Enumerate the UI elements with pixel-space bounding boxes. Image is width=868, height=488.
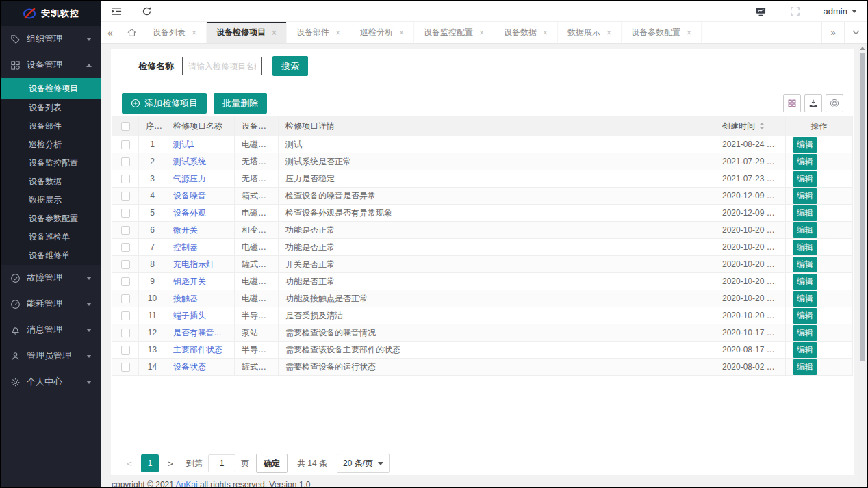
item-name-link[interactable]: 充电指示灯: [173, 259, 214, 269]
edit-button[interactable]: 编辑: [793, 308, 817, 324]
sidebar-item-administrator[interactable]: 管理员管理: [1, 343, 101, 369]
row-checkbox[interactable]: [121, 192, 130, 201]
sidebar-item-device-repair-form[interactable]: 设备维修单: [1, 246, 101, 265]
sidebar-item-data-display[interactable]: 数据展示: [1, 191, 101, 209]
sidebar-item-energy[interactable]: 能耗管理: [1, 291, 101, 317]
item-name-link[interactable]: 设备状态: [173, 362, 206, 372]
monitor-board-icon[interactable]: [755, 5, 767, 18]
sidebar-item-message[interactable]: 消息管理: [1, 317, 101, 343]
row-checkbox[interactable]: [121, 243, 130, 252]
print-icon[interactable]: [826, 94, 843, 112]
tabs-scroll-right-icon[interactable]: »: [821, 22, 844, 43]
page-size-select[interactable]: 20 条/页: [337, 454, 390, 473]
item-name-link[interactable]: 测试1: [173, 140, 194, 149]
item-name-link[interactable]: 测试系统: [173, 157, 206, 166]
tab-close-icon[interactable]: ×: [479, 28, 484, 38]
edit-button[interactable]: 编辑: [793, 205, 817, 221]
sidebar-item-patrol-analysis[interactable]: 巡检分析: [1, 136, 101, 154]
sidebar-item-device-data[interactable]: 设备数据: [1, 172, 101, 191]
sidebar-item-device-parts[interactable]: 设备部件: [1, 117, 101, 136]
scrollbar-thumb[interactable]: [860, 53, 865, 361]
sidebar-item-organization[interactable]: 组织管理: [1, 26, 101, 52]
edit-button[interactable]: 编辑: [793, 274, 817, 290]
tab-1[interactable]: 设备检修项目×: [207, 22, 287, 43]
row-checkbox[interactable]: [121, 140, 130, 149]
sidebar-item-device-inspection-items[interactable]: 设备检修项目: [1, 78, 101, 99]
edit-button[interactable]: 编辑: [793, 291, 817, 307]
sidebar-item-device-list[interactable]: 设备列表: [1, 99, 101, 117]
current-page[interactable]: 1: [141, 454, 159, 472]
home-tab-icon[interactable]: [120, 22, 143, 43]
sidebar-item-device-patrol-form[interactable]: 设备巡检单: [1, 228, 101, 246]
tab-close-icon[interactable]: ×: [335, 28, 340, 38]
row-checkbox[interactable]: [121, 346, 130, 355]
edit-button[interactable]: 编辑: [793, 171, 817, 187]
tab-close-icon[interactable]: ×: [687, 28, 691, 38]
tabs-menu-icon[interactable]: [844, 22, 867, 43]
tab-close-icon[interactable]: ×: [272, 28, 277, 38]
edit-button[interactable]: 编辑: [793, 359, 817, 375]
collapse-sidebar-icon[interactable]: [110, 5, 123, 18]
item-name-link[interactable]: 气源压力: [173, 174, 206, 183]
tab-close-icon[interactable]: ×: [607, 28, 611, 38]
filter-columns-icon[interactable]: [783, 94, 801, 112]
item-name-link[interactable]: 接触器: [173, 294, 198, 303]
item-name-link[interactable]: 端子插头: [173, 311, 206, 320]
footer-brand-link[interactable]: AnKai: [176, 480, 198, 487]
tab-4[interactable]: 设备监控配置×: [414, 22, 494, 43]
search-button[interactable]: 搜索: [272, 56, 308, 76]
goto-confirm-button[interactable]: 确定: [256, 454, 288, 473]
row-checkbox[interactable]: [121, 329, 130, 337]
refresh-icon[interactable]: [140, 5, 153, 18]
edit-button[interactable]: 编辑: [793, 137, 817, 153]
scroll-up-arrow-icon[interactable]: [860, 47, 865, 50]
sort-icon[interactable]: [759, 123, 765, 129]
prev-page-icon[interactable]: <: [122, 454, 137, 472]
edit-button[interactable]: 编辑: [793, 325, 817, 341]
tab-0[interactable]: 设备列表×: [143, 22, 207, 43]
sidebar-item-personal-center[interactable]: 个人中心: [1, 369, 101, 395]
item-name-link[interactable]: 控制器: [173, 242, 198, 252]
fullscreen-icon[interactable]: [789, 5, 802, 18]
tab-5[interactable]: 设备数据×: [494, 22, 558, 43]
edit-button[interactable]: 编辑: [793, 240, 817, 255]
tab-3[interactable]: 巡检分析×: [350, 22, 414, 43]
edit-button[interactable]: 编辑: [793, 222, 817, 238]
item-name-link[interactable]: 微开关: [173, 225, 198, 235]
sidebar-item-device[interactable]: 设备管理: [1, 52, 101, 78]
select-all-checkbox[interactable]: [121, 122, 130, 131]
sidebar-item-device-param-config[interactable]: 设备参数配置: [1, 209, 101, 228]
item-name-link[interactable]: 主要部件状态: [173, 345, 222, 355]
sidebar-item-device-monitor-config[interactable]: 设备监控配置: [1, 154, 101, 172]
row-checkbox[interactable]: [121, 157, 130, 166]
sidebar-item-fault[interactable]: 故障管理: [1, 265, 101, 291]
row-checkbox[interactable]: [121, 277, 130, 286]
admin-dropdown[interactable]: admin: [824, 6, 857, 16]
tab-close-icon[interactable]: ×: [192, 28, 196, 38]
edit-button[interactable]: 编辑: [793, 342, 817, 358]
edit-button[interactable]: 编辑: [793, 188, 817, 204]
row-checkbox[interactable]: [121, 311, 130, 320]
row-checkbox[interactable]: [121, 175, 130, 183]
row-checkbox[interactable]: [121, 294, 130, 303]
tabs-scroll-left-icon[interactable]: «: [101, 22, 120, 43]
edit-button[interactable]: 编辑: [793, 154, 817, 170]
row-checkbox[interactable]: [121, 209, 130, 218]
export-icon[interactable]: [804, 94, 822, 112]
item-name-link[interactable]: 钥匙开关: [173, 277, 206, 286]
goto-page-input[interactable]: [208, 454, 235, 472]
tab-6[interactable]: 数据展示×: [558, 22, 622, 43]
next-page-icon[interactable]: >: [163, 454, 178, 472]
edit-button[interactable]: 编辑: [793, 257, 817, 272]
item-name-link[interactable]: 是否有噪音...: [173, 328, 221, 337]
batch-delete-button[interactable]: 批量删除: [214, 93, 267, 114]
search-input[interactable]: [182, 57, 262, 75]
row-checkbox[interactable]: [121, 363, 130, 372]
item-name-link[interactable]: 设备外观: [173, 208, 206, 218]
tab-7[interactable]: 设备参数配置×: [622, 22, 702, 43]
tab-2[interactable]: 设备部件×: [287, 22, 350, 43]
tab-close-icon[interactable]: ×: [399, 28, 404, 38]
row-checkbox[interactable]: [121, 226, 130, 235]
row-checkbox[interactable]: [121, 260, 130, 269]
add-inspection-item-button[interactable]: 添加检修项目: [122, 93, 207, 114]
